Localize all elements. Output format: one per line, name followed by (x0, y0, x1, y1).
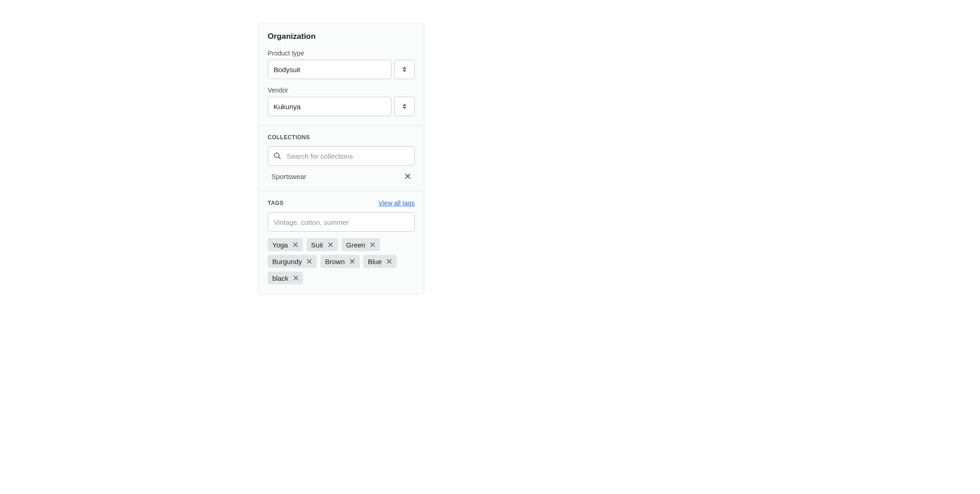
remove-tag-button[interactable] (326, 240, 335, 249)
caret-up-icon (403, 104, 406, 106)
tag: Suit (306, 238, 338, 251)
tag: Blue (363, 255, 397, 268)
close-icon (327, 241, 334, 248)
product-type-field: Product type (268, 49, 415, 79)
vendor-label: Vendor (268, 86, 415, 94)
close-icon (349, 258, 356, 265)
tag-label: black (272, 274, 288, 282)
collections-section: COLLECTIONS Sportswear (258, 125, 424, 191)
collections-heading: COLLECTIONS (268, 134, 310, 141)
close-icon (386, 258, 393, 265)
organization-title: Organization (268, 32, 415, 41)
remove-tag-button[interactable] (305, 257, 314, 266)
product-type-label: Product type (268, 49, 415, 57)
tag: Brown (320, 255, 360, 268)
tag: Burgundy (268, 255, 317, 268)
organization-panel: Organization Product type Vendor (258, 23, 424, 294)
vendor-input[interactable] (268, 97, 392, 116)
tag-label: Burgundy (272, 258, 302, 266)
close-icon (292, 274, 300, 282)
tag: Green (342, 238, 380, 251)
vendor-field: Vendor (268, 86, 415, 116)
collection-row: Sportswear (268, 170, 415, 181)
remove-collection-button[interactable] (403, 171, 413, 181)
product-type-select-button[interactable] (394, 60, 415, 79)
caret-up-icon (403, 67, 406, 69)
caret-down-icon (403, 107, 406, 109)
tag-label: Brown (325, 258, 345, 266)
tags-heading: TAGS (268, 200, 283, 206)
tag-label: Yoga (272, 241, 288, 249)
remove-tag-button[interactable] (385, 257, 394, 266)
close-icon (404, 172, 412, 180)
organization-section: Organization Product type Vendor (258, 24, 424, 125)
close-icon (369, 241, 376, 248)
tag: Yoga (268, 238, 303, 251)
product-type-input[interactable] (268, 60, 392, 79)
tag-label: Green (346, 241, 366, 249)
remove-tag-button[interactable] (368, 240, 377, 249)
view-all-tags-link[interactable]: View all tags (379, 199, 415, 207)
remove-tag-button[interactable] (291, 240, 300, 249)
close-icon (306, 258, 313, 265)
tag-list: YogaSuitGreenBurgundyBrownBlueblack (268, 238, 415, 284)
remove-tag-button[interactable] (348, 257, 357, 266)
remove-tag-button[interactable] (291, 273, 300, 283)
tag-label: Suit (311, 241, 323, 249)
close-icon (292, 241, 299, 248)
tags-input[interactable] (268, 212, 415, 232)
collections-search-input[interactable] (268, 146, 415, 166)
tags-section: TAGS View all tags YogaSuitGreenBurgundy… (258, 191, 424, 294)
tag: black (268, 272, 303, 284)
collection-name: Sportswear (271, 173, 306, 180)
caret-down-icon (403, 70, 406, 72)
vendor-select-button[interactable] (394, 97, 415, 116)
tag-label: Blue (368, 258, 382, 266)
